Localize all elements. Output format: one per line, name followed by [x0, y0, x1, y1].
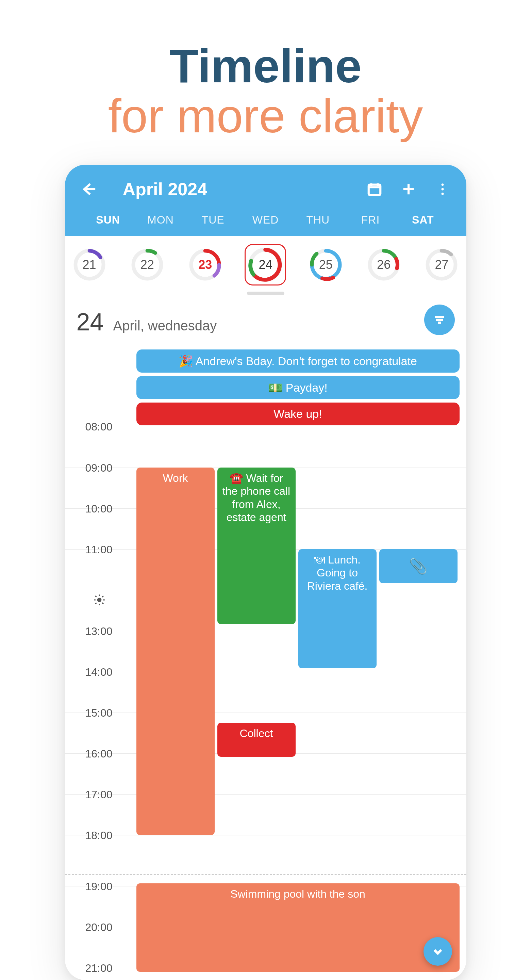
date-chip-25[interactable]: 25	[307, 247, 344, 283]
promo-title-line2: for more clarity	[0, 91, 531, 141]
event-swimming[interactable]: Swimming pool with the son	[137, 883, 459, 972]
date-chip-21[interactable]: 21	[71, 247, 108, 283]
sun-icon	[93, 593, 106, 606]
event-allday-wake[interactable]: Wake up!	[137, 402, 459, 425]
hour-19: 19:00	[65, 880, 133, 893]
date-chip-23[interactable]: 23	[187, 247, 224, 283]
calendar-icon[interactable]	[362, 177, 387, 202]
hour-10: 10:00	[65, 503, 133, 515]
hour-08: 08:00	[65, 421, 133, 433]
event-attachment[interactable]: 📎	[379, 549, 458, 583]
promo-heading: Timeline for more clarity	[0, 0, 531, 141]
phone-frame: April 2024 SUN MON TUE WED THU FRI SAT	[65, 165, 466, 980]
timeline[interactable]: 08:00 09:00 10:00 11:00 13:00 14:00 15:0…	[65, 427, 466, 980]
svg-point-1	[441, 183, 444, 186]
allday-section: 🎉 Andrew's Bday. Don't forget to congrat…	[137, 350, 459, 425]
event-phone-call[interactable]: ☎️ Wait for the phone call from Alex, es…	[217, 468, 296, 624]
day-of-week-row: SUN MON TUE WED THU FRI SAT	[76, 202, 455, 226]
event-allday-bday[interactable]: 🎉 Andrew's Bday. Don't forget to congrat…	[137, 350, 459, 372]
back-icon[interactable]	[76, 177, 101, 202]
date-chip-26[interactable]: 26	[365, 247, 402, 283]
dow-wed[interactable]: WED	[239, 214, 291, 226]
event-allday-payday[interactable]: 💵 Payday!	[137, 376, 459, 399]
appbar-title: April 2024	[111, 179, 353, 199]
date-chip-27[interactable]: 27	[423, 247, 460, 283]
dow-mon[interactable]: MON	[134, 214, 187, 226]
chevron-down-icon[interactable]	[423, 937, 452, 966]
dow-sun[interactable]: SUN	[82, 214, 134, 226]
event-lunch[interactable]: 🍽 Lunch. Going to Riviera café.	[298, 549, 377, 668]
hour-20: 20:00	[65, 921, 133, 934]
day-subtitle: April, wednesday	[113, 318, 217, 334]
dow-fri[interactable]: FRI	[344, 214, 397, 226]
svg-point-2	[441, 188, 444, 191]
event-work[interactable]: Work	[137, 468, 215, 835]
dow-sat[interactable]: SAT	[397, 214, 449, 226]
hour-16: 16:00	[65, 748, 133, 760]
hour-14: 14:00	[65, 666, 133, 679]
svg-point-3	[441, 192, 444, 195]
hour-09: 09:00	[65, 462, 133, 474]
hour-21: 21:00	[65, 962, 133, 975]
promo-title-line1: Timeline	[0, 41, 531, 91]
drag-handle-icon[interactable]	[247, 292, 285, 295]
hour-15: 15:00	[65, 707, 133, 719]
app-bar: April 2024 SUN MON TUE WED THU FRI SAT	[65, 165, 466, 236]
hour-18: 18:00	[65, 829, 133, 842]
hour-11: 11:00	[65, 543, 133, 556]
date-chip-24-selected[interactable]: 24	[245, 244, 286, 285]
svg-point-11	[97, 598, 102, 602]
event-collect[interactable]: Collect	[217, 723, 296, 757]
svg-rect-0	[369, 185, 380, 195]
date-chip-22[interactable]: 22	[129, 247, 166, 283]
day-header: 24 April, wednesday	[65, 295, 466, 343]
add-icon[interactable]	[396, 177, 421, 202]
hour-17: 17:00	[65, 788, 133, 801]
more-icon[interactable]	[430, 177, 455, 202]
date-chip-strip[interactable]: 21 22 23 24 25	[65, 236, 466, 290]
filter-icon[interactable]	[424, 305, 455, 335]
dow-thu[interactable]: THU	[292, 214, 344, 226]
paperclip-icon: 📎	[409, 557, 428, 576]
dow-tue[interactable]: TUE	[187, 214, 239, 226]
hour-13: 13:00	[65, 625, 133, 638]
day-number: 24	[76, 308, 104, 336]
